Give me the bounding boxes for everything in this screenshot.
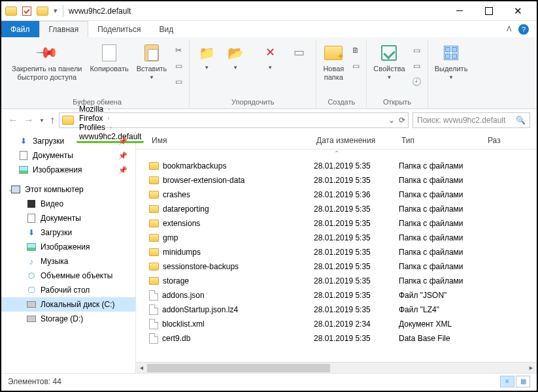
- select-button[interactable]: Выделить▼: [432, 42, 471, 81]
- quick-access-toolbar: ▾: [5, 5, 63, 17]
- file-row[interactable]: extensions28.01.2019 5:35Папка с файлами: [136, 216, 537, 231]
- nav-this-pc[interactable]: ⌄ Этот компьютер: [1, 182, 135, 197]
- file-name: bookmarkbackups: [163, 161, 226, 171]
- file-row[interactable]: gmp28.01.2019 5:35Папка с файлами: [136, 231, 537, 245]
- cut-icon[interactable]: ✂: [172, 44, 185, 57]
- expand-icon[interactable]: ⌄: [8, 186, 13, 193]
- address-dropdown[interactable]: ⌄: [388, 116, 395, 125]
- tab-file[interactable]: Файл: [1, 21, 39, 37]
- newfolder-button[interactable]: Новая папка: [320, 42, 346, 82]
- file-date: 28.01.2019 5:35: [314, 291, 399, 300]
- col-type[interactable]: Тип: [399, 136, 485, 145]
- file-type: Папка с файлами: [399, 204, 485, 214]
- help-icon[interactable]: ?: [518, 24, 529, 35]
- pin-quickaccess-button[interactable]: 📌 Закрепить на панели быстрого доступа: [9, 42, 84, 82]
- file-list-pane: Имя Дата изменения Тип Раз ⌃ bookmarkbac…: [136, 131, 537, 373]
- file-row[interactable]: addonStartup.json.lz428.01.2019 5:35Файл…: [136, 302, 537, 317]
- edit-icon[interactable]: ▭: [411, 59, 424, 73]
- file-name: blocklist.xml: [162, 319, 205, 329]
- delete-button[interactable]: ✕▼: [257, 42, 283, 71]
- tab-home[interactable]: Главная: [39, 21, 89, 37]
- nav-item[interactable]: ⬇Загрузки: [1, 225, 135, 240]
- folder-icon[interactable]: [37, 7, 48, 16]
- horizontal-scrollbar[interactable]: ◄►: [136, 362, 537, 373]
- file-row[interactable]: datareporting28.01.2019 5:35Папка с файл…: [136, 202, 537, 216]
- col-size[interactable]: Раз: [485, 136, 537, 145]
- chevron-right-icon[interactable]: ›: [106, 106, 112, 112]
- nav-item[interactable]: Изображения📌: [1, 163, 135, 177]
- file-date: 28.01.2019 5:35: [314, 248, 399, 257]
- file-row[interactable]: cert9.db28.01.2019 5:35Data Base File: [136, 331, 537, 346]
- collapse-ribbon-icon[interactable]: ᐱ: [507, 25, 512, 33]
- newfolder-icon: [324, 46, 343, 60]
- history-dropdown[interactable]: ▼: [39, 118, 44, 123]
- navigation-pane[interactable]: ⬇Загрузки📌Документы📌Изображения📌 ⌄ Этот …: [1, 131, 136, 373]
- breadcrumb-segment[interactable]: Mozilla›: [76, 105, 144, 114]
- disk-icon: [26, 314, 37, 323]
- expand-groups[interactable]: ⌃: [136, 150, 537, 159]
- nav-item[interactable]: ♪Музыка: [1, 254, 135, 269]
- nav-item[interactable]: Документы📌: [1, 148, 135, 163]
- nav-item[interactable]: 🖵Рабочий стол: [1, 283, 135, 297]
- view-icons-button[interactable]: ▦: [516, 376, 530, 387]
- open-icon[interactable]: ▭: [411, 44, 424, 57]
- file-row[interactable]: storage28.01.2019 5:35Папка с файлами: [136, 274, 537, 288]
- file-row[interactable]: addons.json28.01.2019 5:35Файл "JSON": [136, 288, 537, 302]
- forward-button[interactable]: →: [24, 114, 34, 126]
- nav-item[interactable]: ⬡Объемные объекты: [1, 269, 135, 283]
- file-list[interactable]: bookmarkbackups28.01.2019 5:35Папка с фа…: [136, 159, 537, 362]
- refresh-button[interactable]: ⟳: [399, 116, 405, 125]
- chevron-right-icon[interactable]: ›: [108, 124, 114, 131]
- select-icon: [444, 46, 458, 60]
- file-type: Data Base File: [399, 334, 485, 343]
- close-button[interactable]: ✕: [503, 2, 533, 20]
- breadcrumb-segment[interactable]: Firefox›: [76, 114, 144, 123]
- nav-item[interactable]: Видео: [1, 197, 135, 211]
- file-row[interactable]: crashes28.01.2019 5:36Папка с файлами: [136, 188, 537, 202]
- qat-dropdown[interactable]: ▾: [54, 7, 58, 15]
- nav-item[interactable]: Документы: [1, 211, 135, 225]
- view-details-button[interactable]: ≡: [500, 376, 514, 387]
- file-row[interactable]: minidumps28.01.2019 5:35Папка с файлами: [136, 245, 537, 259]
- file-name: extensions: [163, 219, 200, 228]
- breadcrumb-segment[interactable]: Profiles›: [76, 123, 144, 132]
- copy-button[interactable]: Копировать: [87, 42, 131, 73]
- paste-shortcut-icon[interactable]: ▭: [172, 75, 185, 88]
- maximize-button[interactable]: [474, 2, 503, 20]
- file-row[interactable]: sessionstore-backups28.01.2019 5:35Папка…: [136, 259, 537, 274]
- file-row[interactable]: blocklist.xml28.01.2019 2:34Документ XML: [136, 317, 537, 331]
- file-type: Папка с файлами: [399, 248, 485, 257]
- breadcrumb-bar[interactable]: ›Mozilla›Firefox›Profiles›wvwu9hc2.defau…: [59, 112, 409, 128]
- group-organize: Упорядочить: [231, 98, 274, 107]
- pin-icon: 📌: [35, 41, 59, 65]
- file-row[interactable]: browser-extension-data28.01.2019 5:35Пап…: [136, 173, 537, 188]
- properties-icon[interactable]: [22, 7, 31, 16]
- newitem-icon[interactable]: 🗎: [349, 44, 362, 57]
- copyto-button[interactable]: 📂▼: [222, 42, 248, 71]
- col-name[interactable]: Имя: [149, 136, 314, 145]
- copypath-icon[interactable]: ▭: [172, 59, 185, 73]
- file-date: 28.01.2019 5:35: [314, 276, 399, 286]
- nav-item[interactable]: Локальный диск (C:): [1, 297, 135, 312]
- back-button[interactable]: ←: [8, 114, 18, 126]
- folder-icon: [149, 248, 159, 256]
- rename-button[interactable]: ▭: [286, 42, 312, 63]
- desk-icon: 🖵: [26, 286, 37, 295]
- tab-view[interactable]: Вид: [150, 21, 182, 37]
- search-input[interactable]: Поиск: wvwu9hc2.default 🔍: [412, 112, 530, 128]
- moveto-button[interactable]: 📁▼: [193, 42, 220, 71]
- tab-share[interactable]: Поделиться: [88, 21, 150, 37]
- easyaccess-icon[interactable]: ▭: [349, 59, 362, 73]
- nav-item[interactable]: ⬇Загрузки📌: [1, 134, 135, 148]
- paste-button[interactable]: Вставить ▼: [134, 42, 170, 81]
- col-date[interactable]: Дата изменения: [314, 136, 399, 145]
- properties-button[interactable]: Свойства▼: [371, 42, 407, 81]
- history-icon[interactable]: 🕘: [411, 75, 424, 88]
- chevron-right-icon[interactable]: ›: [106, 115, 112, 122]
- nav-item[interactable]: Изображения: [1, 240, 135, 254]
- nav-item[interactable]: Storage (D:): [1, 312, 135, 326]
- up-button[interactable]: ↑: [50, 114, 55, 126]
- file-row[interactable]: bookmarkbackups28.01.2019 5:35Папка с фа…: [136, 159, 537, 173]
- file-icon: [149, 304, 158, 315]
- minimize-button[interactable]: [445, 2, 474, 20]
